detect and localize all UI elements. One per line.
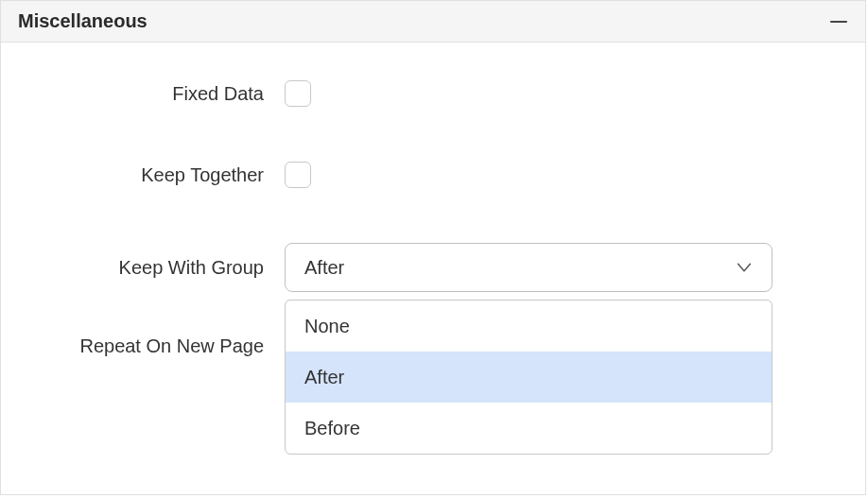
dropdown-option-before[interactable]: Before <box>286 403 772 454</box>
row-fixed-data: Fixed Data <box>1 80 865 107</box>
row-keep-with-group: Keep With Group After None After Before <box>1 243 865 292</box>
dropdown-option-after[interactable]: After <box>286 352 772 403</box>
panel-header[interactable]: Miscellaneous <box>1 1 865 43</box>
dropdown-keep-with-group: None After Before <box>285 300 773 455</box>
label-fixed-data: Fixed Data <box>1 83 285 105</box>
select-value: After <box>304 257 344 279</box>
label-keep-together: Keep Together <box>1 164 285 186</box>
panel-body: Fixed Data Keep Together Keep With Group… <box>1 43 865 494</box>
collapse-icon[interactable] <box>829 12 848 31</box>
select-keep-with-group-wrap: After None After Before <box>285 243 773 292</box>
dropdown-option-none[interactable]: None <box>286 301 772 352</box>
miscellaneous-panel: Miscellaneous Fixed Data Keep Together K… <box>0 0 866 495</box>
label-keep-with-group: Keep With Group <box>1 257 285 279</box>
label-repeat-on-new-page: Repeat On New Page <box>1 335 285 357</box>
checkbox-keep-together[interactable] <box>285 162 311 188</box>
row-keep-together: Keep Together <box>1 162 865 188</box>
select-keep-with-group[interactable]: After <box>285 243 773 292</box>
chevron-down-icon <box>734 257 755 278</box>
panel-title: Miscellaneous <box>18 10 148 32</box>
checkbox-fixed-data[interactable] <box>285 80 311 107</box>
